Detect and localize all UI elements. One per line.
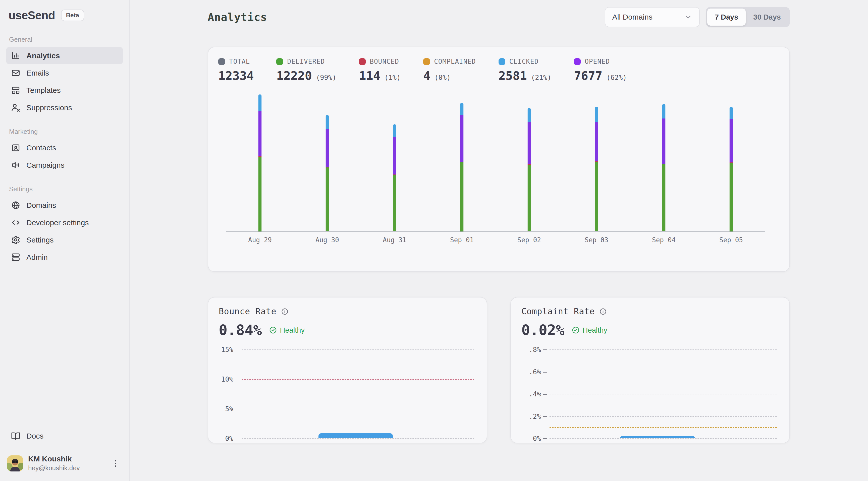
info-icon[interactable] [599, 308, 607, 315]
x-tick-sep-04: Sep 04 [630, 236, 698, 244]
stat-percent: (62%) [606, 73, 627, 81]
segment-opened [258, 111, 262, 156]
range-option-7-days[interactable]: 7 Days [707, 8, 746, 26]
sidebar-item-contacts[interactable]: Contacts [6, 139, 123, 156]
sidebar-item-developer-settings[interactable]: Developer settings [6, 214, 123, 231]
x-tick-aug-30: Aug 30 [293, 236, 361, 244]
megaphone-icon [11, 160, 20, 170]
stacked-bar-chart [218, 92, 779, 232]
stacked-bar-aug-31[interactable] [393, 124, 396, 231]
user-name: KM Koushik [28, 455, 104, 463]
stacked-bar-aug-29[interactable] [258, 94, 262, 231]
check-circle-icon [571, 326, 580, 334]
sidebar-item-docs[interactable]: Docs [6, 427, 123, 445]
stat-label: TOTAL [229, 58, 250, 65]
stacked-bar-sep-02[interactable] [528, 108, 531, 231]
x-tick-sep-05: Sep 05 [698, 236, 765, 244]
segment-clicked [595, 107, 598, 122]
domain-filter-select[interactable]: All Domains [605, 7, 700, 27]
bar-chart-icon [11, 51, 20, 60]
stat-value: 4 [423, 69, 430, 83]
y-tick-label: 10% [219, 375, 233, 383]
app-logo: useSend [8, 8, 55, 22]
y-tick-mark [543, 372, 547, 373]
sidebar-item-admin[interactable]: Admin [6, 249, 123, 266]
segment-delivered [326, 167, 329, 231]
sidebar-item-analytics[interactable]: Analytics [6, 47, 123, 64]
x-tick-aug-31: Aug 31 [361, 236, 428, 244]
range-option-30-days[interactable]: 30 Days [746, 8, 788, 26]
segment-delivered [730, 163, 733, 231]
section-label-marketing: Marketing [9, 128, 120, 135]
book-open-icon [11, 431, 20, 441]
bar-slot-aug-31 [361, 92, 428, 231]
sidebar-item-label: Settings [26, 236, 54, 244]
segment-delivered [393, 175, 396, 231]
header-controls: All Domains 7 Days30 Days [605, 7, 790, 27]
sidebar-item-suppressions[interactable]: Suppressions [6, 99, 123, 116]
user-row[interactable]: KM Koushik hey@koushik.dev [6, 453, 123, 474]
gear-icon [11, 235, 20, 245]
complaint-rate-title: Complaint Rate [521, 307, 595, 316]
rate-bar[interactable] [620, 436, 695, 438]
y-tick-label: .8% [521, 346, 541, 353]
stat-label: CLICKED [509, 58, 539, 65]
sidebar-item-templates[interactable]: Templates [6, 82, 123, 99]
segment-clicked [662, 104, 665, 119]
y-tick-label: .6% [521, 368, 541, 376]
chevron-down-icon [684, 13, 692, 21]
stacked-bar-sep-03[interactable] [595, 107, 598, 231]
complaint-status-label: Healthy [583, 326, 607, 334]
sidebar-nav: GeneralAnalyticsEmailsTemplatesSuppressi… [6, 24, 123, 266]
stat-percent: (1%) [384, 73, 401, 81]
user-x-icon [11, 103, 20, 112]
bounce-rate-chart: 15%10%5%0% [219, 349, 476, 445]
stacked-bar-sep-04[interactable] [662, 104, 665, 231]
segment-opened [326, 129, 329, 167]
sidebar-item-campaigns[interactable]: Campaigns [6, 156, 123, 174]
gridline-0- [550, 438, 777, 439]
stacked-bar-sep-01[interactable] [460, 103, 464, 231]
sidebar-item-label: Contacts [26, 143, 56, 152]
info-icon[interactable] [281, 308, 288, 315]
stat-percent: (0%) [434, 73, 451, 81]
docs-label: Docs [26, 432, 43, 440]
sidebar-item-label: Analytics [26, 52, 60, 60]
segment-clicked [258, 94, 262, 111]
beta-badge: Beta [61, 9, 84, 21]
page-title: Analytics [208, 11, 267, 23]
sidebar-item-label: Suppressions [26, 103, 72, 112]
date-range-toggle: 7 Days30 Days [706, 7, 790, 27]
avatar [7, 455, 23, 472]
complaint-rate-card: Complaint Rate 0.02% Healthy .8%.6%.4%.2… [510, 297, 790, 443]
sidebar-item-label: Emails [26, 69, 49, 77]
bar-slot-sep-02 [496, 92, 563, 231]
x-axis-labels: Aug 29Aug 30Aug 31Sep 01Sep 02Sep 03Sep … [218, 236, 779, 244]
y-tick-label: 0% [521, 435, 541, 442]
x-axis-line [226, 231, 765, 232]
stacked-bar-aug-30[interactable] [326, 115, 329, 231]
rate-bar[interactable] [318, 433, 393, 438]
complaint-rate-value: 0.02% [521, 322, 565, 339]
stat-opened: OPENED7677(62%) [574, 58, 627, 83]
stat-clicked: CLICKED2581(21%) [499, 58, 551, 83]
user-meta: KM Koushik hey@koushik.dev [28, 455, 104, 472]
stat-value: 2581 [499, 69, 527, 83]
segment-delivered [528, 165, 531, 231]
templates-icon [11, 86, 20, 95]
bar-slot-sep-05 [698, 92, 765, 231]
y-tick-mark [543, 416, 547, 417]
sidebar-item-settings[interactable]: Settings [6, 231, 123, 249]
kebab-menu-icon[interactable] [109, 457, 122, 470]
bar-slot-sep-01 [428, 92, 496, 231]
sidebar-item-domains[interactable]: Domains [6, 197, 123, 214]
contact-card-icon [11, 143, 20, 152]
sidebar-item-emails[interactable]: Emails [6, 64, 123, 82]
stat-color-dot [423, 58, 430, 65]
stat-color-dot [218, 58, 225, 65]
stacked-bar-sep-05[interactable] [730, 107, 733, 231]
main-content: Analytics All Domains 7 Days30 Days TOTA… [130, 0, 868, 481]
y-tick-mark [543, 394, 547, 395]
sidebar-bottom: Docs KM Koushik hey@koushik.dev [6, 427, 123, 474]
stat-value: 7677 [574, 69, 602, 83]
